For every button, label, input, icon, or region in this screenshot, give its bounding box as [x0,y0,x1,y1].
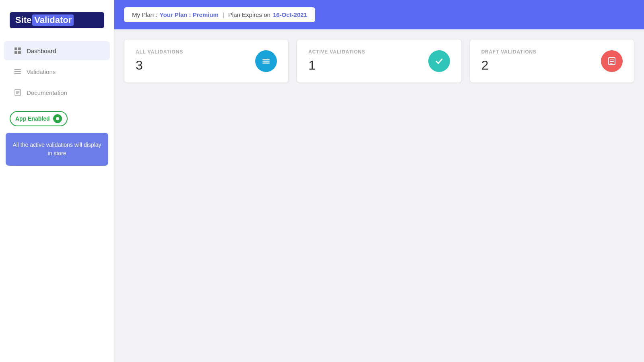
svg-point-8 [14,71,16,72]
sidebar-item-documentation[interactable]: Documentation [4,83,110,102]
all-validations-count: 3 [136,58,183,73]
dashboard-icon [14,47,22,55]
validations-icon [14,68,22,76]
logo-area: Site Validator [0,8,114,40]
toggle-on-icon [53,114,62,123]
svg-rect-16 [262,62,270,64]
documentation-icon [14,88,22,97]
store-info-box: All the active validations will display … [6,133,108,166]
svg-point-9 [14,73,16,74]
top-bar: My Plan : Your Plan : Premium | Plan Exp… [114,0,644,29]
all-validations-icon [255,50,277,72]
svg-rect-1 [18,47,21,50]
check-icon [434,56,444,66]
draft-validations-label: DRAFT VALIDATIONS [481,49,537,55]
store-info-text: All the active validations will display … [12,142,101,156]
draft-validations-icon [601,50,623,72]
logo-validator-text: Validator [34,15,72,25]
active-validations-icon [428,50,450,72]
all-validations-label: ALL VALIDATIONS [136,49,183,55]
logo-validator-box: Validator [32,14,74,26]
active-validations-card: ACTIVE VALIDATIONS 1 [297,39,461,83]
app-enabled-section: App Enabled [0,103,114,133]
app-enabled-toggle[interactable]: App Enabled [10,111,68,126]
plan-divider: | [223,11,224,18]
svg-rect-2 [14,51,17,54]
all-validations-card: ALL VALIDATIONS 3 [124,39,289,83]
draft-validations-count: 2 [481,58,537,73]
logo: Site Validator [10,12,104,28]
plan-prefix: My Plan : [132,11,157,18]
sidebar-item-dashboard[interactable]: Dashboard [4,41,110,60]
active-validations-card-left: ACTIVE VALIDATIONS 1 [308,49,365,73]
app-enabled-label: App Enabled [15,115,50,122]
plan-expires-date: 16-Oct-2021 [273,11,307,18]
draft-validations-card: DRAFT VALIDATIONS 2 [470,39,634,83]
plan-expires-prefix: Plan Expires on [228,11,270,18]
plan-name: Your Plan : Premium [160,11,219,18]
main-content: My Plan : Your Plan : Premium | Plan Exp… [114,0,644,362]
sidebar-item-validations[interactable]: Validations [4,62,110,81]
draft-icon [607,56,617,66]
logo-site-text: Site [15,15,31,25]
cards-row: ALL VALIDATIONS 3 ACTIVE VALIDATIONS 1 [124,39,634,83]
sidebar: Site Validator Dashboard [0,0,114,362]
active-validations-label: ACTIVE VALIDATIONS [308,49,365,55]
all-validations-card-left: ALL VALIDATIONS 3 [136,49,183,73]
svg-rect-0 [14,47,17,50]
plan-badge: My Plan : Your Plan : Premium | Plan Exp… [124,7,315,22]
sidebar-item-validations-label: Validations [27,68,56,75]
draft-validations-card-left: DRAFT VALIDATIONS 2 [481,49,537,73]
svg-rect-14 [262,59,270,60]
active-validations-count: 1 [308,58,365,73]
sidebar-item-documentation-label: Documentation [27,89,67,96]
svg-rect-3 [18,51,21,54]
svg-point-7 [14,69,16,70]
list-icon [261,56,271,66]
toggle-dot [56,117,59,120]
sidebar-item-dashboard-label: Dashboard [27,47,56,54]
content-area: ALL VALIDATIONS 3 ACTIVE VALIDATIONS 1 [114,29,644,362]
svg-rect-15 [262,60,270,62]
